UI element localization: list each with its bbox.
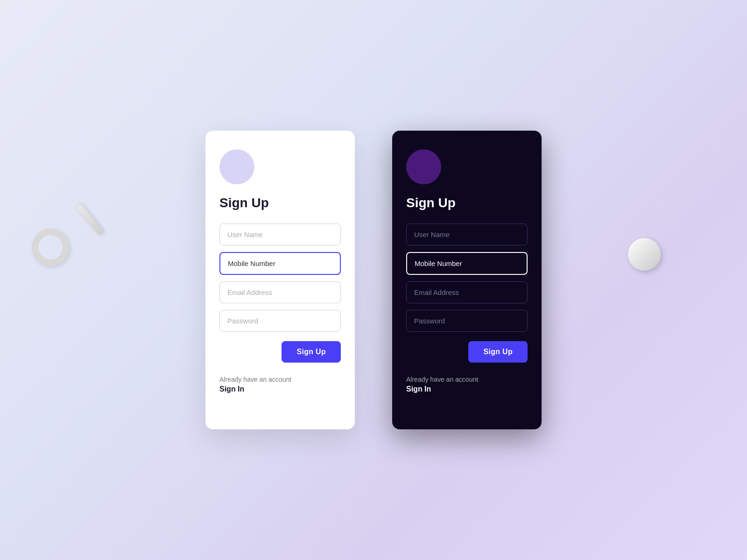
decorative-sphere: [628, 238, 661, 271]
signup-card-dark: Sign Up Sign Up Already have an account …: [392, 131, 542, 429]
password-input-dark[interactable]: [406, 310, 528, 332]
mobile-input-dark[interactable]: [406, 252, 528, 275]
mobile-input-light[interactable]: [219, 252, 341, 275]
signup-btn-row-light: Sign Up: [219, 341, 341, 363]
signin-link-light[interactable]: Sign In: [219, 385, 291, 393]
signup-button-light[interactable]: Sign Up: [282, 341, 341, 363]
signin-link-dark[interactable]: Sign In: [406, 385, 478, 393]
avatar-dark: [406, 149, 441, 184]
bottom-text-dark: Already have an account Sign In: [406, 376, 478, 393]
username-input-dark[interactable]: [406, 224, 528, 245]
already-text-light: Already have an account: [219, 376, 291, 383]
cards-container: Sign Up Sign Up Already have an account …: [205, 131, 542, 429]
decorative-pencil: [75, 203, 104, 236]
bottom-text-light: Already have an account Sign In: [219, 376, 291, 393]
signup-btn-row-dark: Sign Up: [406, 341, 528, 363]
signup-card-light: Sign Up Sign Up Already have an account …: [205, 131, 355, 429]
form-light: [219, 224, 341, 332]
signup-button-dark[interactable]: Sign Up: [468, 341, 528, 363]
email-input-dark[interactable]: [406, 281, 528, 303]
already-text-dark: Already have an account: [406, 376, 478, 383]
password-input-light[interactable]: [219, 310, 341, 332]
title-dark: Sign Up: [406, 196, 456, 210]
form-dark: [406, 224, 528, 332]
avatar-light: [219, 149, 254, 184]
username-input-light[interactable]: [219, 224, 341, 245]
email-input-light[interactable]: [219, 281, 341, 303]
decorative-ring: [32, 229, 69, 266]
title-light: Sign Up: [219, 196, 269, 210]
